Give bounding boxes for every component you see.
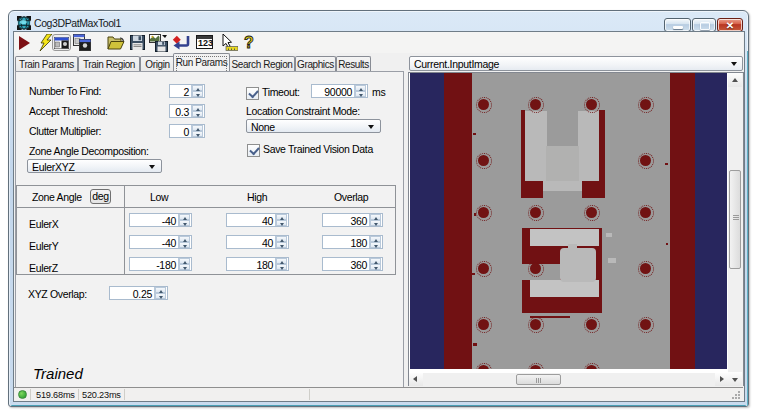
svg-text:?: ? [244, 34, 254, 51]
